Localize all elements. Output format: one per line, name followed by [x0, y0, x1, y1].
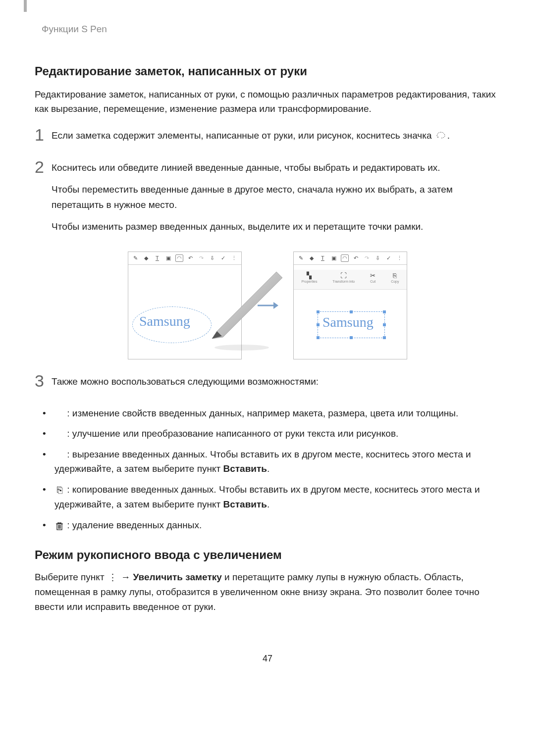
- figure-left-panel: ✎ ◆ T ▣ ◠ ↶ ↷ ⇩ ✓ ⋮ Samsung: [128, 252, 242, 359]
- context-cut: ✂Cut: [370, 272, 375, 283]
- attach-icon: ⇩: [374, 255, 382, 261]
- copy-icon: ⎘: [393, 272, 397, 279]
- handwriting-sample-left: Samsung: [139, 313, 190, 329]
- eraser-icon: ◆: [308, 255, 316, 261]
- figure-left-toolbar: ✎ ◆ T ▣ ◠ ↶ ↷ ⇩ ✓ ⋮: [128, 252, 241, 265]
- context-toolbar: ▚Properties ⛶Transform into ✂Cut ⎘Copy: [294, 270, 407, 290]
- eraser-icon: ◆: [142, 255, 150, 261]
- text-icon: T: [319, 255, 326, 261]
- bullet-delete: : удаление введенных данных.: [54, 518, 500, 533]
- step-1-text: Если заметка содержит элементы, написанн…: [52, 128, 500, 144]
- check-icon: ✓: [385, 255, 393, 261]
- figure-right-panel: ✎ ◆ T ▣ ◠ ↶ ↷ ⇩ ✓ ⋮ ▚Properties ⛶Transfo…: [293, 252, 407, 359]
- arrow-right-icon: [257, 301, 278, 310]
- undo-icon: ↶: [186, 255, 194, 261]
- attach-icon: ⇩: [209, 255, 216, 261]
- step-2-number: 2: [35, 158, 52, 175]
- step-2-p1: Коснитесь или обведите линией введенные …: [52, 160, 500, 175]
- step-1-number: 1: [35, 126, 52, 143]
- transform-icon: ⛶: [340, 272, 347, 279]
- more-vertical-icon: ⋮: [108, 570, 117, 585]
- cut-icon: ✂: [370, 272, 375, 279]
- camera-icon: ▣: [330, 255, 338, 261]
- context-copy: ⎘Copy: [391, 272, 399, 283]
- lasso-tool-selected-icon: ◠: [341, 254, 349, 262]
- section1-title: Редактирование заметок, написанных от ру…: [35, 64, 500, 78]
- check-icon: ✓: [219, 255, 227, 261]
- options-list: : изменение свойств введенных данных, на…: [35, 406, 500, 533]
- breadcrumb: Функции S Pen: [35, 24, 500, 35]
- pen-icon: ✎: [131, 255, 139, 261]
- text-icon: T: [153, 255, 161, 261]
- bullet-transform: : улучшение или преобразование написанно…: [54, 426, 500, 441]
- lasso-select-icon: [435, 129, 446, 144]
- step-2-p3: Чтобы изменить размер введенных данных, …: [52, 219, 500, 234]
- undo-icon: ↶: [352, 255, 360, 261]
- lasso-tool-selected-icon: ◠: [175, 254, 183, 262]
- side-tab: [24, 0, 27, 12]
- step-3: 3 Также можно воспользоваться следующими…: [35, 374, 500, 396]
- step-1: 1 Если заметка содержит элементы, написа…: [35, 128, 500, 151]
- figure-right-toolbar: ✎ ◆ T ▣ ◠ ↶ ↷ ⇩ ✓ ⋮: [294, 252, 407, 265]
- svg-point-0: [437, 137, 438, 138]
- copy-bullet-icon: ⎘: [54, 483, 64, 497]
- step-3-number: 3: [35, 372, 52, 389]
- context-properties: ▚Properties: [301, 272, 317, 283]
- page-number: 47: [35, 654, 500, 664]
- step-2: 2 Коснитесь или обведите линией введенны…: [35, 160, 500, 242]
- bullet-cut: : вырезание введенных данных. Чтобы вста…: [54, 447, 500, 476]
- redo-icon: ↷: [197, 255, 205, 261]
- step-3-text: Также можно воспользоваться следующими в…: [52, 374, 500, 389]
- more-icon: ⋮: [230, 255, 238, 261]
- svg-marker-5: [273, 302, 278, 309]
- pen-icon: ✎: [297, 255, 305, 261]
- svg-rect-11: [58, 522, 61, 523]
- bullet-copy: ⎘ : копирование введенных данных. Чтобы …: [54, 482, 500, 512]
- section1-intro: Редактирование заметок, написанных от ру…: [35, 87, 500, 116]
- figure-illustration: ✎ ◆ T ▣ ◠ ↶ ↷ ⇩ ✓ ⋮ Samsung: [35, 252, 500, 359]
- section2-body: Выберите пункт ⋮ → Увеличить заметку и п…: [35, 570, 500, 614]
- step-2-p2: Чтобы переместить введенные данные в дру…: [52, 182, 500, 212]
- handwriting-sample-right: Samsung: [322, 314, 374, 330]
- redo-icon: ↷: [363, 255, 371, 261]
- section2-title: Режим рукописного ввода с увеличением: [35, 548, 500, 562]
- more-icon: ⋮: [396, 255, 404, 261]
- bullet-properties: : изменение свойств введенных данных, на…: [54, 406, 500, 420]
- delete-bullet-icon: [54, 518, 64, 533]
- properties-icon: ▚: [307, 272, 312, 279]
- context-transform: ⛶Transform into: [332, 272, 355, 283]
- camera-icon: ▣: [164, 255, 172, 261]
